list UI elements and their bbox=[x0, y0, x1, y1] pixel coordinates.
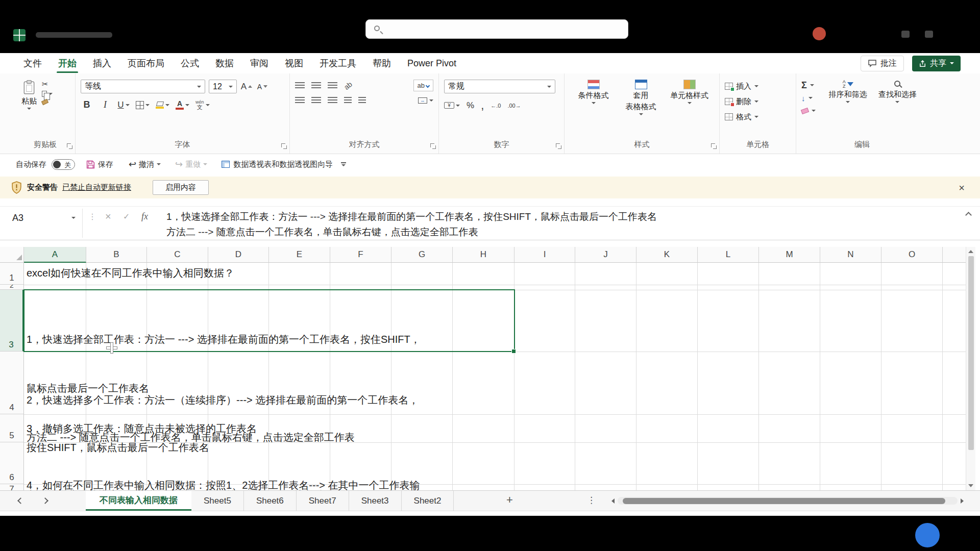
share-button[interactable]: 共享 bbox=[912, 56, 961, 71]
cell-A6-text[interactable]: 4，如何在不同工作表中输入相同数据：按照1、2选择工作表名---> 在其中一个工… bbox=[27, 446, 420, 490]
name-box[interactable]: A3 bbox=[5, 210, 81, 226]
qat-customize-button[interactable] bbox=[341, 162, 346, 166]
bold-button[interactable]: B bbox=[81, 98, 93, 112]
delete-cells-button[interactable]: 删除 bbox=[725, 95, 791, 108]
font-name-select[interactable]: 等线 bbox=[81, 80, 205, 93]
sheet-tab-sheet6[interactable]: Sheet6 bbox=[244, 491, 297, 511]
sheet-tab-sheet5[interactable]: Sheet5 bbox=[191, 491, 244, 511]
cell-A1-text[interactable]: excel如何快速在不同工作表中输入相同数据？ bbox=[27, 265, 234, 281]
sort-filter-button[interactable]: AZ 排序和筛选 bbox=[823, 80, 872, 115]
borders-button[interactable] bbox=[136, 98, 150, 112]
tab-insert[interactable]: 插入 bbox=[85, 53, 119, 73]
save-button[interactable]: 保存 bbox=[86, 160, 113, 169]
tab-formulas[interactable]: 公式 bbox=[173, 53, 207, 73]
styles-dialog-launcher-icon[interactable] bbox=[711, 143, 717, 149]
column-header-partial[interactable] bbox=[943, 247, 966, 263]
tab-help[interactable]: 帮助 bbox=[364, 53, 399, 73]
align-center-icon[interactable] bbox=[311, 97, 321, 104]
paste-button[interactable]: 粘贴 bbox=[20, 80, 38, 110]
cell-styles-button[interactable]: 单元格样式 bbox=[665, 80, 714, 115]
sheet-tab-sheet2[interactable]: Sheet2 bbox=[402, 491, 454, 511]
orientation-icon[interactable]: ab bbox=[342, 80, 354, 91]
insert-cells-button[interactable]: 插入 bbox=[725, 80, 791, 93]
vertical-scrollbar[interactable] bbox=[966, 247, 975, 490]
align-left-icon[interactable] bbox=[295, 97, 305, 104]
column-header-H[interactable]: H bbox=[453, 247, 514, 263]
row-header-4[interactable]: 4 bbox=[0, 352, 23, 414]
clipboard-dialog-launcher-icon[interactable] bbox=[67, 143, 72, 149]
scroll-up-icon[interactable] bbox=[968, 250, 973, 253]
column-header-F[interactable]: F bbox=[330, 247, 391, 263]
shrink-font-button[interactable]: A bbox=[256, 80, 268, 93]
row-header-2[interactable]: 2 bbox=[0, 285, 23, 290]
hscroll-left-icon[interactable] bbox=[611, 498, 615, 504]
column-header-M[interactable]: M bbox=[759, 247, 820, 263]
autosave-toggle[interactable]: 关 bbox=[52, 159, 75, 170]
titlebar-search-box[interactable] bbox=[365, 19, 628, 39]
redo-button[interactable]: ↪ 重做 bbox=[175, 159, 207, 170]
number-dialog-launcher-icon[interactable] bbox=[556, 143, 561, 149]
column-header-J[interactable]: J bbox=[575, 247, 636, 263]
warning-close-button[interactable]: × bbox=[959, 183, 965, 193]
formula-bar-collapse-icon[interactable] bbox=[965, 212, 972, 218]
tab-data[interactable]: 数据 bbox=[207, 53, 242, 73]
enable-content-button[interactable]: 启用内容 bbox=[153, 180, 209, 195]
decrease-indent-icon[interactable] bbox=[344, 97, 352, 104]
user-avatar[interactable] bbox=[813, 27, 826, 40]
tab-home[interactable]: 开始 bbox=[50, 53, 85, 73]
column-header-C[interactable]: C bbox=[147, 247, 208, 263]
tab-developer[interactable]: 开发工具 bbox=[311, 53, 364, 73]
font-color-button[interactable]: A bbox=[176, 98, 189, 112]
grid-body[interactable]: 1 2 3 4 5 6 7 excel如何快速在不同工作表中输入相同数据？ 1，… bbox=[0, 263, 966, 490]
hscroll-right-icon[interactable] bbox=[961, 498, 964, 504]
sheet-nav-left-icon[interactable] bbox=[17, 497, 24, 504]
row-header-3[interactable]: 3 bbox=[0, 290, 23, 352]
clear-button[interactable] bbox=[801, 106, 823, 115]
italic-button[interactable]: I bbox=[99, 98, 111, 112]
pivot-wizard-button[interactable]: 数据透视表和数据透视图向导 bbox=[222, 160, 333, 169]
overlay-blue-dot[interactable] bbox=[915, 523, 940, 547]
sheet-tab-sheet3[interactable]: Sheet3 bbox=[349, 491, 402, 511]
format-painter-icon[interactable] bbox=[41, 99, 48, 105]
column-header-B[interactable]: B bbox=[86, 247, 147, 263]
tab-file[interactable]: 文件 bbox=[15, 53, 50, 73]
comma-style-button[interactable]: , bbox=[481, 103, 484, 108]
column-header-G[interactable]: G bbox=[391, 247, 453, 263]
fill-button[interactable]: ↓ bbox=[801, 93, 823, 103]
align-bottom-icon[interactable] bbox=[328, 82, 337, 89]
cut-icon[interactable]: ✂ bbox=[42, 81, 53, 88]
column-header-L[interactable]: L bbox=[698, 247, 759, 263]
align-top-icon[interactable] bbox=[295, 82, 305, 89]
row-header-5[interactable]: 5 bbox=[0, 414, 23, 442]
comments-button[interactable]: 批注 bbox=[861, 56, 904, 71]
name-box-dropdown-icon[interactable] bbox=[71, 217, 76, 219]
increase-indent-icon[interactable] bbox=[358, 97, 366, 104]
sheet-more-button[interactable]: ⋮ bbox=[587, 495, 596, 506]
select-all-corner[interactable] bbox=[0, 247, 24, 263]
merge-center-button[interactable]: ↔ bbox=[418, 97, 433, 104]
conditional-formatting-button[interactable]: 条件格式 bbox=[570, 80, 617, 115]
accounting-format-button[interactable]: ¥ bbox=[444, 98, 460, 112]
tab-view[interactable]: 视图 bbox=[277, 53, 311, 73]
formula-enter-button[interactable]: ✓ bbox=[123, 212, 130, 221]
column-header-I[interactable]: I bbox=[514, 247, 575, 263]
grow-font-button[interactable]: A bbox=[240, 80, 253, 93]
font-size-select[interactable]: 12 bbox=[209, 80, 237, 93]
percent-style-button[interactable]: % bbox=[467, 101, 474, 111]
align-right-icon[interactable] bbox=[328, 97, 337, 104]
vertical-scrollbar-thumb[interactable] bbox=[968, 256, 974, 450]
horizontal-scrollbar-thumb[interactable] bbox=[623, 498, 945, 504]
row-header-1[interactable]: 1 bbox=[0, 263, 23, 285]
scroll-down-icon[interactable] bbox=[968, 484, 973, 487]
tab-page-layout[interactable]: 页面布局 bbox=[119, 53, 173, 73]
formula-cancel-button[interactable]: × bbox=[105, 211, 111, 222]
sheet-nav-right-icon[interactable] bbox=[42, 497, 48, 504]
insert-function-button[interactable]: fx bbox=[141, 211, 148, 222]
find-select-button[interactable]: 查找和选择 bbox=[872, 80, 923, 115]
column-header-E[interactable]: E bbox=[269, 247, 330, 263]
sheet-tab-sheet7[interactable]: Sheet7 bbox=[297, 491, 349, 511]
increase-decimal-button[interactable]: ←.0 bbox=[491, 103, 501, 109]
sheet-tab-active[interactable]: 不同表输入相同数据 bbox=[86, 491, 191, 511]
column-header-A[interactable]: A bbox=[24, 247, 86, 263]
column-header-O[interactable]: O bbox=[881, 247, 943, 263]
